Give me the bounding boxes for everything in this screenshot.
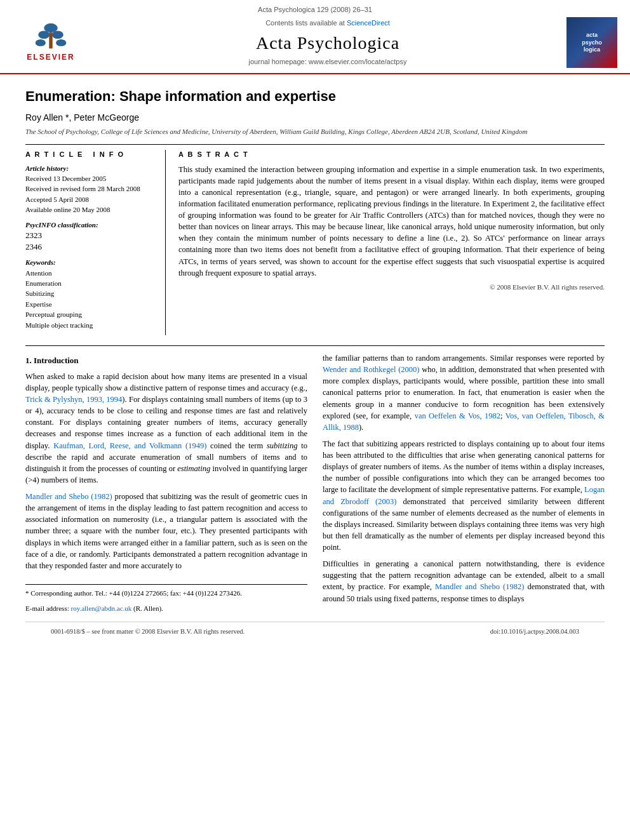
sciencedirect-link[interactable]: ScienceDirect <box>347 19 390 27</box>
elsevier-tree-icon <box>32 22 70 51</box>
article-affiliation: The School of Psychology, College of Lif… <box>25 127 605 137</box>
abstract-text: This study examined the interaction betw… <box>178 164 605 293</box>
svg-point-3 <box>52 31 64 39</box>
available-online-date: Available online 20 May 2008 <box>25 205 152 215</box>
keywords-label: Keywords: <box>25 258 152 267</box>
abstract-col: A B S T R A C T This study examined the … <box>178 150 605 335</box>
psycinfo-code-2: 2346 <box>25 241 152 253</box>
content-area: Enumeration: Shape information and exper… <box>0 74 630 651</box>
header-main: ELSEVIER Contents lists available at Sci… <box>0 17 630 73</box>
section-divider <box>165 150 166 335</box>
accepted-date: Accepted 5 April 2008 <box>25 195 152 204</box>
article-info-col: A R T I C L E I N F O Article history: R… <box>25 150 152 335</box>
email-link[interactable]: roy.allen@abdn.ac.uk <box>70 604 131 612</box>
footnote-corresponding: * Corresponding author. Tel.: +44 (0)122… <box>25 589 307 599</box>
abstract-label: A B S T R A C T <box>178 150 605 159</box>
intro-heading: 1. Introduction <box>25 355 307 367</box>
divider-2 <box>25 345 605 346</box>
ref-kaufman-link[interactable]: Kaufman, Lord, Reese, and Volkmann (1949… <box>53 441 206 450</box>
svg-point-2 <box>38 31 50 39</box>
page: Acta Psychologica 129 (2008) 26–31 ELSEV… <box>0 0 630 840</box>
body-para-4: The fact that subitizing appears restric… <box>323 438 605 553</box>
keyword-mot: Multiple object tracking <box>25 321 152 330</box>
ref-mandler-link-1[interactable]: Mandler and Shebo (1982) <box>25 492 112 501</box>
copyright-line: © 2008 Elsevier B.V. All rights reserved… <box>178 283 605 293</box>
ref-vanoeffelen-link[interactable]: van Oeffelen & Vos, 1982 <box>415 411 500 420</box>
journal-homepage: journal homepage: www.elsevier.com/locat… <box>89 57 566 67</box>
received-date: Received 13 December 2005 <box>25 174 152 183</box>
psycinfo-code-1: 2323 <box>25 230 152 241</box>
footnote-section: * Corresponding author. Tel.: +44 (0)122… <box>25 584 307 614</box>
footer-doi: doi:10.1016/j.actpsy.2008.04.003 <box>490 627 579 637</box>
footer-left-text: 0001-6918/$ – see front matter © 2008 El… <box>51 627 245 637</box>
svg-point-4 <box>36 39 46 46</box>
body-col-left: 1. Introduction When asked to make a rap… <box>25 352 307 619</box>
body-para-3: the familiar patterns than to random arr… <box>323 352 605 433</box>
article-history: Article history: Received 13 December 20… <box>25 164 152 215</box>
body-col-right: the familiar patterns than to random arr… <box>323 352 605 619</box>
contents-label: Contents lists available at ScienceDirec… <box>89 18 566 28</box>
body-para-1: When asked to make a rapid decision abou… <box>25 371 307 486</box>
received-revised-date: Received in revised form 28 March 2008 <box>25 184 152 194</box>
psycinfo-section: PsycINFO classification: 2323 2346 <box>25 220 152 253</box>
ref-trick-link[interactable]: Trick & Pylyshyn, 1993, 1994 <box>25 395 122 404</box>
ref-mandler-link-2[interactable]: Mandler and Shebo (1982) <box>435 582 524 591</box>
journal-volume: Acta Psychologica 129 (2008) 26–31 <box>258 6 372 13</box>
article-authors: Roy Allen *, Peter McGeorge <box>25 112 605 124</box>
elsevier-logo: ELSEVIER <box>13 22 89 63</box>
journal-title-center: Contents lists available at ScienceDirec… <box>89 18 566 67</box>
abstract-paragraph: This study examined the interaction betw… <box>178 164 605 279</box>
keywords-section: Keywords: Attention Enumeration Subitizi… <box>25 258 152 330</box>
journal-header: Acta Psychologica 129 (2008) 26–31 ELSEV… <box>0 0 630 74</box>
article-info-label: A R T I C L E I N F O <box>25 150 152 159</box>
keyword-enumeration: Enumeration <box>25 279 152 288</box>
keywords-list: Attention Enumeration Subitizing Experti… <box>25 269 152 330</box>
ref-logan-link[interactable]: Logan and Zbrodoff (2003) <box>323 485 605 505</box>
journal-name: Acta Psychologica <box>89 30 566 55</box>
history-label: Article history: <box>25 164 152 173</box>
footnote-email: E-mail address: roy.allen@abdn.ac.uk (R.… <box>25 604 307 614</box>
keyword-subitizing: Subitizing <box>25 289 152 298</box>
ref-wender-link[interactable]: Wender and Rothkegel (2000) <box>323 365 419 374</box>
footer-bar: 0001-6918/$ – see front matter © 2008 El… <box>25 622 605 639</box>
svg-rect-6 <box>49 33 52 49</box>
svg-point-5 <box>56 39 66 46</box>
psycinfo-label: PsycINFO classification: <box>25 220 152 230</box>
acta-logo-box: actapsychologica <box>566 17 617 68</box>
keyword-attention: Attention <box>25 269 152 278</box>
journal-top-bar: Acta Psychologica 129 (2008) 26–31 <box>0 4 630 17</box>
body-para-5: Difficulties in generating a canonical p… <box>323 558 605 604</box>
elsevier-brand-text: ELSEVIER <box>27 52 74 63</box>
keyword-expertise: Expertise <box>25 300 152 309</box>
body-content: 1. Introduction When asked to make a rap… <box>25 352 605 619</box>
article-info-abstract-row: A R T I C L E I N F O Article history: R… <box>25 150 605 335</box>
divider-1 <box>25 144 605 145</box>
body-para-2: Mandler and Shebo (1982) proposed that s… <box>25 491 307 571</box>
keyword-perceptual-grouping: Perceptual grouping <box>25 310 152 319</box>
article-title: Enumeration: Shape information and exper… <box>25 87 605 107</box>
